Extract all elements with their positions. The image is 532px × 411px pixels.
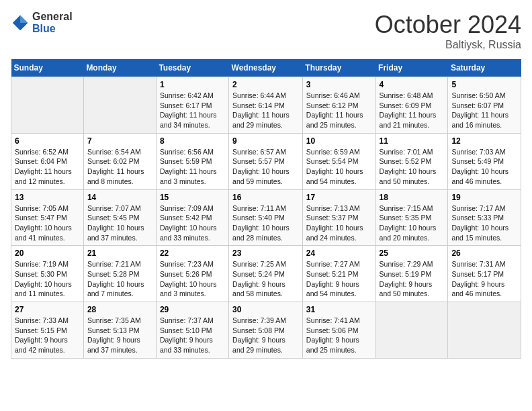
- calendar-cell: 25Sunrise: 7:29 AM Sunset: 5:19 PM Dayli…: [375, 246, 448, 302]
- day-number: 1: [160, 80, 225, 89]
- day-number: 18: [380, 193, 445, 202]
- calendar-cell: [375, 302, 448, 359]
- day-number: 25: [380, 248, 445, 258]
- calendar-cell: 19Sunrise: 7:17 AM Sunset: 5:33 PM Dayli…: [448, 189, 521, 246]
- day-number: 5: [451, 80, 517, 89]
- calendar-cell: 5Sunrise: 6:50 AM Sunset: 6:07 PM Daylig…: [448, 77, 521, 134]
- day-number: 22: [160, 248, 225, 258]
- calendar-cell: [448, 302, 521, 359]
- day-number: 12: [451, 136, 517, 146]
- header-wednesday: Wednesday: [229, 59, 303, 77]
- header-thursday: Thursday: [302, 59, 375, 77]
- calendar-cell: 11Sunrise: 7:01 AM Sunset: 5:52 PM Dayli…: [375, 133, 448, 189]
- calendar-cell: 21Sunrise: 7:21 AM Sunset: 5:28 PM Dayli…: [83, 246, 156, 302]
- day-info: Sunrise: 6:59 AM Sunset: 5:54 PM Dayligh…: [306, 147, 372, 187]
- day-number: 10: [306, 136, 372, 146]
- day-info: Sunrise: 7:15 AM Sunset: 5:35 PM Dayligh…: [380, 203, 445, 243]
- calendar-cell: 27Sunrise: 7:33 AM Sunset: 5:15 PM Dayli…: [11, 302, 84, 359]
- calendar-cell: 18Sunrise: 7:15 AM Sunset: 5:35 PM Dayli…: [375, 189, 448, 246]
- day-number: 13: [15, 193, 80, 202]
- day-number: 19: [451, 193, 517, 202]
- day-number: 2: [232, 80, 299, 89]
- calendar-cell: 22Sunrise: 7:23 AM Sunset: 5:26 PM Dayli…: [156, 246, 228, 302]
- day-number: 15: [160, 193, 225, 202]
- day-info: Sunrise: 7:23 AM Sunset: 5:26 PM Dayligh…: [160, 259, 225, 299]
- day-info: Sunrise: 7:27 AM Sunset: 5:21 PM Dayligh…: [306, 259, 372, 299]
- calendar-week-3: 20Sunrise: 7:19 AM Sunset: 5:30 PM Dayli…: [11, 246, 521, 302]
- day-number: 31: [306, 305, 372, 314]
- calendar-cell: 15Sunrise: 7:09 AM Sunset: 5:42 PM Dayli…: [156, 189, 228, 246]
- calendar-cell: 9Sunrise: 6:57 AM Sunset: 5:57 PM Daylig…: [229, 133, 303, 189]
- day-info: Sunrise: 7:19 AM Sunset: 5:30 PM Dayligh…: [15, 259, 80, 299]
- svg-marker-2: [20, 23, 28, 30]
- calendar-table: SundayMondayTuesdayWednesdayThursdayFrid…: [11, 59, 521, 359]
- day-info: Sunrise: 7:07 AM Sunset: 5:45 PM Dayligh…: [87, 203, 152, 243]
- calendar-cell: 2Sunrise: 6:44 AM Sunset: 6:14 PM Daylig…: [229, 77, 303, 134]
- calendar-cell: 26Sunrise: 7:31 AM Sunset: 5:17 PM Dayli…: [448, 246, 521, 302]
- calendar-cell: 31Sunrise: 7:41 AM Sunset: 5:06 PM Dayli…: [302, 302, 375, 359]
- day-info: Sunrise: 6:48 AM Sunset: 6:09 PM Dayligh…: [380, 91, 445, 130]
- header-sunday: Sunday: [11, 59, 84, 77]
- day-info: Sunrise: 7:39 AM Sunset: 5:08 PM Dayligh…: [232, 316, 299, 355]
- calendar-cell: 4Sunrise: 6:48 AM Sunset: 6:09 PM Daylig…: [375, 77, 448, 134]
- logo: General Blue: [11, 11, 73, 34]
- day-number: 20: [15, 248, 80, 258]
- calendar-week-4: 27Sunrise: 7:33 AM Sunset: 5:15 PM Dayli…: [11, 302, 521, 359]
- calendar-title: October 2024: [375, 11, 521, 39]
- day-info: Sunrise: 6:44 AM Sunset: 6:14 PM Dayligh…: [232, 91, 299, 130]
- day-number: 21: [87, 248, 152, 258]
- calendar-cell: 16Sunrise: 7:11 AM Sunset: 5:40 PM Dayli…: [229, 189, 303, 246]
- day-number: 29: [160, 305, 225, 314]
- svg-marker-1: [20, 15, 28, 22]
- title-block: October 2024 Baltiysk, Russia: [375, 11, 521, 51]
- day-number: 24: [306, 248, 372, 258]
- day-number: 16: [232, 193, 299, 202]
- day-number: 26: [451, 248, 517, 258]
- calendar-cell: 20Sunrise: 7:19 AM Sunset: 5:30 PM Dayli…: [11, 246, 84, 302]
- calendar-cell: 29Sunrise: 7:37 AM Sunset: 5:10 PM Dayli…: [156, 302, 228, 359]
- day-info: Sunrise: 7:33 AM Sunset: 5:15 PM Dayligh…: [15, 316, 80, 355]
- calendar-cell: 8Sunrise: 6:56 AM Sunset: 5:59 PM Daylig…: [156, 133, 228, 189]
- day-info: Sunrise: 7:11 AM Sunset: 5:40 PM Dayligh…: [232, 203, 299, 243]
- calendar-week-1: 6Sunrise: 6:52 AM Sunset: 6:04 PM Daylig…: [11, 133, 521, 189]
- day-number: 4: [380, 80, 445, 89]
- header-friday: Friday: [375, 59, 448, 77]
- logo-blue: Blue: [32, 23, 73, 35]
- day-number: 9: [232, 136, 299, 146]
- day-number: 14: [87, 193, 152, 202]
- day-number: 3: [306, 80, 372, 89]
- calendar-cell: 12Sunrise: 7:03 AM Sunset: 5:49 PM Dayli…: [448, 133, 521, 189]
- day-info: Sunrise: 7:01 AM Sunset: 5:52 PM Dayligh…: [380, 147, 445, 187]
- calendar-cell: 3Sunrise: 6:46 AM Sunset: 6:12 PM Daylig…: [302, 77, 375, 134]
- calendar-cell: 24Sunrise: 7:27 AM Sunset: 5:21 PM Dayli…: [302, 246, 375, 302]
- day-info: Sunrise: 6:56 AM Sunset: 5:59 PM Dayligh…: [160, 147, 225, 187]
- day-info: Sunrise: 6:46 AM Sunset: 6:12 PM Dayligh…: [306, 91, 372, 130]
- day-info: Sunrise: 7:31 AM Sunset: 5:17 PM Dayligh…: [451, 259, 517, 299]
- day-info: Sunrise: 7:03 AM Sunset: 5:49 PM Dayligh…: [451, 147, 517, 187]
- calendar-location: Baltiysk, Russia: [375, 39, 521, 51]
- calendar-cell: 13Sunrise: 7:05 AM Sunset: 5:47 PM Dayli…: [11, 189, 84, 246]
- day-info: Sunrise: 6:57 AM Sunset: 5:57 PM Dayligh…: [232, 147, 299, 187]
- header-tuesday: Tuesday: [156, 59, 228, 77]
- day-info: Sunrise: 7:35 AM Sunset: 5:13 PM Dayligh…: [87, 316, 152, 355]
- calendar-cell: 30Sunrise: 7:39 AM Sunset: 5:08 PM Dayli…: [229, 302, 303, 359]
- day-number: 6: [15, 136, 80, 146]
- day-info: Sunrise: 7:21 AM Sunset: 5:28 PM Dayligh…: [87, 259, 152, 299]
- day-info: Sunrise: 7:25 AM Sunset: 5:24 PM Dayligh…: [232, 259, 299, 299]
- day-info: Sunrise: 7:41 AM Sunset: 5:06 PM Dayligh…: [306, 316, 372, 355]
- logo-text: General Blue: [32, 11, 73, 34]
- day-number: 17: [306, 193, 372, 202]
- day-info: Sunrise: 6:52 AM Sunset: 6:04 PM Dayligh…: [15, 147, 80, 187]
- calendar-cell: [83, 77, 156, 134]
- day-info: Sunrise: 7:17 AM Sunset: 5:33 PM Dayligh…: [451, 203, 517, 243]
- header-monday: Monday: [83, 59, 156, 77]
- day-number: 28: [87, 305, 152, 314]
- day-info: Sunrise: 7:05 AM Sunset: 5:47 PM Dayligh…: [15, 203, 80, 243]
- calendar-cell: 10Sunrise: 6:59 AM Sunset: 5:54 PM Dayli…: [302, 133, 375, 189]
- calendar-cell: [11, 77, 84, 134]
- day-info: Sunrise: 7:29 AM Sunset: 5:19 PM Dayligh…: [380, 259, 445, 299]
- day-info: Sunrise: 7:09 AM Sunset: 5:42 PM Dayligh…: [160, 203, 225, 243]
- calendar-cell: 17Sunrise: 7:13 AM Sunset: 5:37 PM Dayli…: [302, 189, 375, 246]
- calendar-week-0: 1Sunrise: 6:42 AM Sunset: 6:17 PM Daylig…: [11, 77, 521, 134]
- calendar-cell: 7Sunrise: 6:54 AM Sunset: 6:02 PM Daylig…: [83, 133, 156, 189]
